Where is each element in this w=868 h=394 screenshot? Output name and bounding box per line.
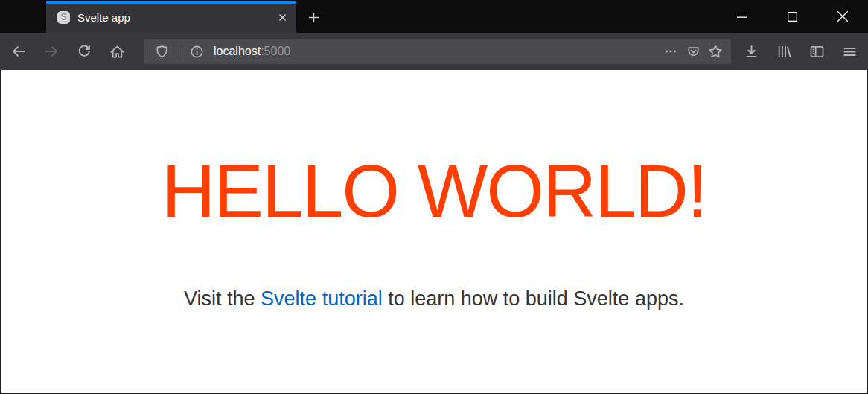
- back-button[interactable]: [6, 39, 31, 64]
- tab-title: Svelte app: [77, 11, 274, 24]
- menu-hamburger-button[interactable]: [837, 39, 862, 64]
- active-tab[interactable]: S Svelte app: [46, 1, 296, 33]
- svelte-tutorial-link[interactable]: Svelte tutorial: [261, 287, 383, 310]
- page-actions-ellipsis-icon[interactable]: [660, 41, 682, 62]
- hello-world-heading: HELLO WORLD!: [1, 70, 867, 228]
- url-bar[interactable]: localhost:5000: [144, 39, 731, 64]
- svelte-logo-icon: S: [57, 11, 70, 24]
- site-info-icon[interactable]: [185, 41, 208, 62]
- tracking-protection-shield-icon[interactable]: [150, 41, 173, 62]
- urlbar-divider: [179, 44, 179, 59]
- url-port: :5000: [261, 45, 290, 57]
- sidebars-button[interactable]: [804, 39, 829, 64]
- save-to-pocket-icon[interactable]: [682, 41, 704, 62]
- maximize-button[interactable]: [767, 0, 817, 33]
- paragraph-prefix: Visit the: [184, 287, 261, 310]
- forward-button[interactable]: [39, 39, 64, 64]
- navigation-toolbar: localhost:5000: [0, 33, 868, 70]
- bookmark-star-icon[interactable]: [704, 41, 727, 62]
- tab-close-icon[interactable]: [274, 9, 290, 25]
- new-tab-button[interactable]: [301, 4, 326, 30]
- tutorial-paragraph: Visit the Svelte tutorial to learn how t…: [1, 228, 867, 311]
- home-button[interactable]: [104, 39, 130, 64]
- browser-viewport: HELLO WORLD! Visit the Svelte tutorial t…: [0, 70, 868, 394]
- window-controls: [716, 0, 868, 33]
- svelte-app-main: HELLO WORLD! Visit the Svelte tutorial t…: [1, 70, 867, 311]
- reload-button[interactable]: [71, 39, 97, 64]
- downloads-button[interactable]: [738, 39, 764, 64]
- library-button[interactable]: [771, 39, 797, 64]
- url-text[interactable]: localhost:5000: [214, 45, 660, 58]
- tab-accent-line: [46, 1, 296, 4]
- title-bar: S Svelte app: [0, 0, 868, 33]
- paragraph-suffix: to learn how to build Svelte apps.: [383, 287, 684, 310]
- browser-window: S Svelte app: [0, 0, 868, 394]
- urlbar-right-icons: [660, 41, 727, 62]
- tab-strip-spacer: [0, 0, 46, 33]
- close-window-button[interactable]: [817, 0, 868, 33]
- url-host: localhost: [214, 45, 261, 57]
- minimize-button[interactable]: [716, 0, 767, 33]
